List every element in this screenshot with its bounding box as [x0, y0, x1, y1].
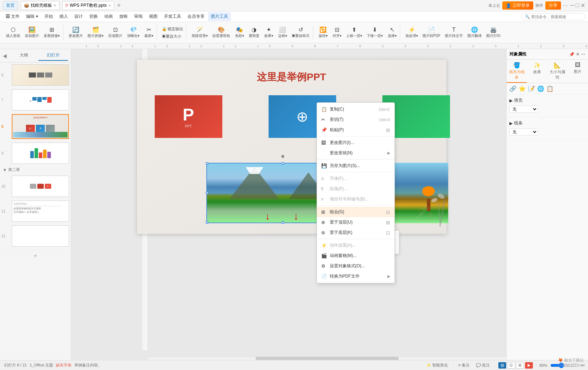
- lock-ratio-btn[interactable]: 🔒 锁定纵比: [160, 26, 185, 32]
- rotate-btn[interactable]: 🔁 旋转▾: [317, 26, 329, 39]
- line-select[interactable]: 无 实线: [509, 128, 538, 135]
- template-tab[interactable]: 📦 找框壳模板 ✕: [21, 1, 59, 10]
- handle-rot[interactable]: [281, 155, 284, 158]
- menu-picture-tools[interactable]: 图片工具: [208, 12, 231, 21]
- handle-bl[interactable]: [206, 221, 208, 224]
- batch-btn[interactable]: ⚡ 批处理▾: [404, 26, 420, 39]
- scrollbar-thumb-h[interactable]: [255, 357, 399, 360]
- add-image-btn[interactable]: 🖼️ 添加图片: [23, 26, 41, 39]
- restyle-btn[interactable]: ↺ ▣重设样式: [290, 26, 311, 39]
- file-tab-close[interactable]: ✕: [108, 4, 111, 7]
- ctx-save-as-picture[interactable]: 💾 另存为图片(S)...: [317, 161, 394, 171]
- panel-pin-icon[interactable]: 📌: [569, 52, 574, 57]
- collapse-sidebar-btn[interactable]: ◀: [3, 53, 7, 59]
- compress-btn[interactable]: ⊡ 压缩图片: [106, 26, 124, 39]
- rp-tab-effect[interactable]: ✨ 效果: [527, 60, 547, 83]
- beauty-btn[interactable]: ✨ 智能美化: [424, 362, 450, 369]
- menu-animation[interactable]: 动画: [101, 12, 116, 21]
- img-to-pdf-btn[interactable]: 📄 图片转PDF: [421, 26, 442, 39]
- chapter-expand-icon[interactable]: ▼: [3, 168, 7, 172]
- slide-tab[interactable]: 幻灯片: [38, 50, 68, 61]
- menu-vip[interactable]: 会员专享: [185, 12, 207, 21]
- transparent-btn[interactable]: ◑ 透明度: [247, 26, 261, 39]
- more-btn[interactable]: ⋯: [563, 3, 568, 9]
- ctx-bring-front[interactable]: ⊛ 置于顶层(U) ⊠: [317, 217, 394, 227]
- handle-ml[interactable]: [206, 192, 208, 194]
- reset-size-btn[interactable]: ▣重设大小: [160, 33, 185, 40]
- template-tab-close[interactable]: ✕: [53, 4, 56, 7]
- panel-close-icon[interactable]: ✕: [576, 52, 579, 57]
- sharpen-btn[interactable]: 💎 清晰化▾: [125, 26, 141, 39]
- slide-thumb-7[interactable]: ★: [12, 89, 69, 111]
- file-tab[interactable]: P WPS PPT教程.pptx ✕: [62, 1, 114, 10]
- horizontal-scrollbar[interactable]: [148, 356, 506, 360]
- ctx-change-shape[interactable]: 更改形状(N) ▶: [317, 148, 394, 158]
- send-back-btn[interactable]: ⬇ 下移一层▾: [365, 26, 385, 39]
- outline-tab[interactable]: 大纲: [9, 50, 38, 61]
- login-button[interactable]: 👤 立即登录: [502, 1, 533, 10]
- ctx-paste[interactable]: 📌 粘贴(P) ⊞: [317, 125, 394, 135]
- crop-btn[interactable]: ✂ 裁剪▾: [142, 26, 155, 39]
- slide-canvas[interactable]: 这里是举例PPT P PPT ⊕: [137, 60, 446, 234]
- ctx-change-picture[interactable]: 🖼 更改图片(I)...: [317, 138, 394, 148]
- rp-tab-picture[interactable]: 🖼 图片: [568, 60, 588, 83]
- share-button[interactable]: 分享: [545, 1, 561, 10]
- menu-review[interactable]: 审阅: [131, 12, 145, 21]
- rp-icon-5[interactable]: 📋: [546, 85, 553, 92]
- panel-expand-icon[interactable]: ⋯: [581, 52, 585, 57]
- menu-file[interactable]: ☰ 文件: [3, 12, 22, 21]
- home-tab[interactable]: 首页: [3, 1, 18, 10]
- menu-home[interactable]: 开始: [42, 12, 56, 21]
- handle-tl[interactable]: [206, 162, 208, 165]
- menu-slideshow[interactable]: 放映: [116, 12, 131, 21]
- fill-select[interactable]: 无 纯色填充 渐变填充: [509, 106, 538, 113]
- slide-thumb-9[interactable]: [12, 143, 69, 164]
- rp-icon-1[interactable]: 🔗: [509, 85, 517, 92]
- handle-tc[interactable]: [281, 162, 284, 165]
- rp-tab-fill[interactable]: 🪣 填充与线条: [507, 60, 527, 83]
- rp-tab-size[interactable]: 📐 大小与属性: [547, 60, 568, 83]
- search-input[interactable]: [521, 13, 585, 20]
- slide-thumb-10[interactable]: P: [12, 176, 69, 197]
- ctx-format[interactable]: ⚙ 设置对象格式(O)...: [317, 261, 394, 271]
- rp-icon-3[interactable]: 📝: [528, 85, 535, 92]
- collab-label[interactable]: 协作: [535, 3, 543, 8]
- handle-bc[interactable]: [281, 221, 284, 224]
- ctx-group[interactable]: ⊞ 组合(G) ⊟: [317, 207, 394, 217]
- align-btn[interactable]: ⊟ 对齐▾: [330, 26, 343, 39]
- img-to-text-btn[interactable]: T 图片转文字: [443, 26, 465, 39]
- slide-thumb-8[interactable]: 这里是举例PPT P ⊕: [12, 114, 69, 139]
- multi-crop-btn[interactable]: ⊞ 多图拼接▾: [42, 26, 62, 39]
- change-image-btn[interactable]: 🔄 更改图片: [67, 26, 85, 39]
- line-section-header[interactable]: ▶ 线条: [509, 120, 585, 126]
- minimize-btn[interactable]: ─: [570, 2, 574, 9]
- rp-icon-4[interactable]: 🌐: [537, 85, 544, 92]
- view-reading[interactable]: ⊞: [516, 362, 524, 369]
- fill-section-header[interactable]: ▶ 填充: [509, 97, 585, 103]
- ctx-copy[interactable]: 📋 复制(C) Ctrl+C: [317, 104, 394, 114]
- view-play[interactable]: ▶: [525, 362, 533, 369]
- ctx-send-back[interactable]: ⊚ 置于底层(K) ⊡: [317, 227, 394, 238]
- add-slide-btn[interactable]: +: [33, 252, 37, 260]
- menu-dev[interactable]: 开发工具: [161, 12, 184, 21]
- slide-thumb-12[interactable]: [12, 225, 69, 247]
- set-trans-btn[interactable]: 🎨 设置透明色: [211, 26, 232, 39]
- rp-icon-2[interactable]: ⭐: [519, 85, 526, 92]
- menu-design[interactable]: 设计: [71, 12, 86, 21]
- view-slide[interactable]: ⊡: [507, 362, 515, 369]
- img-translate-btn[interactable]: 🌐 图片翻译: [466, 26, 483, 39]
- comment-btn[interactable]: 💬 批注: [474, 362, 492, 369]
- select-btn[interactable]: ↖ 选择▾: [386, 26, 398, 39]
- img-print-btn[interactable]: 🖨️ 图片打印: [484, 26, 502, 39]
- colorize-btn[interactable]: 🎭 色彩▾: [233, 26, 246, 39]
- view-normal[interactable]: ▤: [498, 362, 506, 369]
- ctx-cut[interactable]: ✂ 剪切(T) Ctrl+X: [317, 114, 394, 125]
- ctx-pdf[interactable]: 📄 转换为PDF文件 ▶: [317, 271, 394, 281]
- insert-shape-btn[interactable]: ⬡ 插入形状: [4, 26, 22, 39]
- menu-view[interactable]: 视图: [146, 12, 160, 21]
- new-tab-btn[interactable]: +: [117, 2, 121, 9]
- effect-btn[interactable]: ✦ 效果▾: [262, 26, 275, 39]
- ppt-icon-box[interactable]: P PPT: [155, 95, 222, 138]
- notes-btn[interactable]: ≡ 备注: [456, 362, 471, 369]
- bring-front-btn[interactable]: ⬆ 上移一层▾: [344, 26, 364, 39]
